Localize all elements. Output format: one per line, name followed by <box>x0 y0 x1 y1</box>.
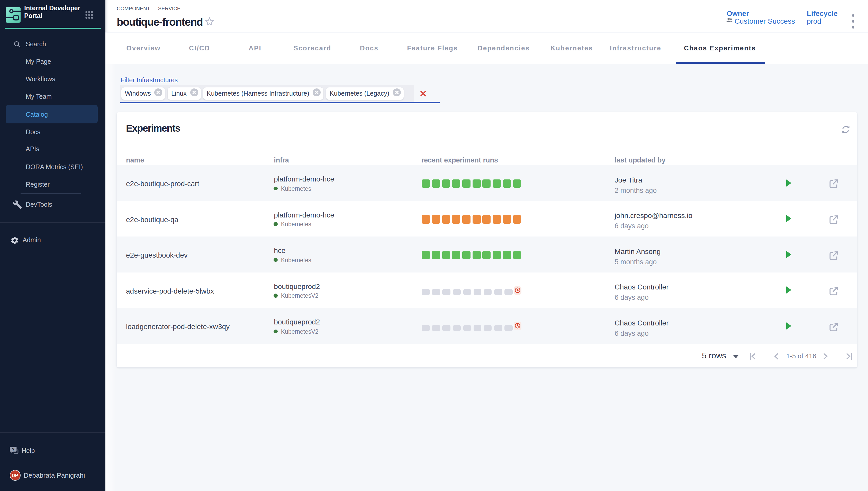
svg-text:?: ? <box>12 447 15 452</box>
